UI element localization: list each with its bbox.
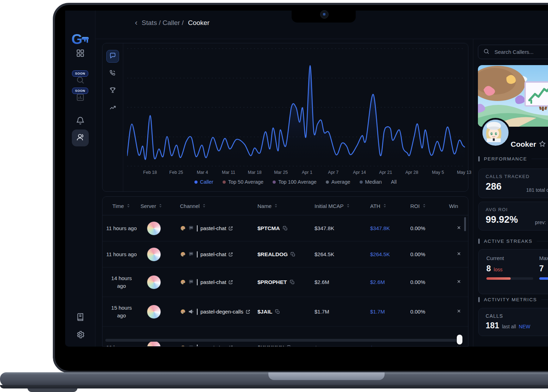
external-link-icon[interactable] <box>228 345 233 347</box>
copy-icon[interactable] <box>291 252 295 257</box>
column-header-win[interactable]: Win <box>449 203 468 209</box>
roi-cell: 0.00% <box>410 225 449 231</box>
column-header-server[interactable]: Server <box>141 203 180 209</box>
server-avatar[interactable] <box>147 305 161 319</box>
calls-tracked-card: CALLS TRACKED 286 181 total c <box>478 169 548 198</box>
table-row[interactable]: 11 hours agopastel-chat$PTCMA$347.8K$347… <box>102 215 468 241</box>
table-row[interactable]: 11 hours agopastel-chat$REALDOG$264.5K$2… <box>102 241 468 267</box>
sidebar-item-dashboard[interactable] <box>76 49 85 58</box>
section-marker <box>478 156 480 162</box>
legend-item-median[interactable]: Median <box>360 179 382 185</box>
trend-filter-button[interactable] <box>106 102 119 115</box>
avg-roi-note: prev: <box>535 220 546 225</box>
sort-icon[interactable] <box>274 203 278 209</box>
breadcrumb-path[interactable]: Stats / Caller / <box>142 19 183 27</box>
streaks-card: Current 8 loss Max 7 <box>478 249 548 294</box>
app-logo[interactable]: G <box>71 31 89 48</box>
x-axis-tick: Apr 14 <box>353 170 366 175</box>
sort-icon[interactable] <box>422 203 426 209</box>
search-icon <box>76 76 85 84</box>
legend-label: Median <box>365 179 382 185</box>
time-cell: 14 hoursago <box>102 274 141 290</box>
column-label: Time <box>112 203 124 209</box>
ath-cell: $347.8K <box>370 225 410 231</box>
channel-link[interactable]: pastel-chat <box>200 279 226 285</box>
caller-search[interactable] <box>478 45 548 59</box>
column-header-channel[interactable]: Channel <box>180 203 257 209</box>
channel-link[interactable]: pastel-chat <box>200 225 226 231</box>
trophy-filter-button[interactable] <box>106 84 119 97</box>
sidebar-item-alerts[interactable] <box>76 116 85 125</box>
copy-icon[interactable] <box>290 280 295 285</box>
sidebar-item-docs[interactable] <box>76 312 85 321</box>
roi-line-chart[interactable] <box>127 47 465 168</box>
sort-icon[interactable] <box>202 203 206 209</box>
channel-link[interactable]: pastel-degen-calls <box>200 309 243 315</box>
legend-item-caller[interactable]: Caller <box>194 179 213 185</box>
search-callers-input[interactable] <box>494 49 548 55</box>
server-avatar[interactable] <box>147 221 161 235</box>
horizontal-scrollbar-track[interactable] <box>105 339 458 342</box>
copy-icon[interactable] <box>275 309 280 314</box>
column-header-initial-mcap[interactable]: Initial MCAP <box>315 203 370 209</box>
win-cell <box>449 279 468 285</box>
chat-filter-button[interactable] <box>106 50 119 63</box>
legend-item-top-100-average[interactable]: Top 100 Average <box>273 179 317 185</box>
sidebar-item-settings[interactable] <box>76 330 85 339</box>
legend-item-all[interactable]: All <box>391 179 397 185</box>
horizontal-scrollbar-thumb[interactable] <box>457 335 462 344</box>
column-header-ath[interactable]: ATH <box>370 203 410 209</box>
column-header-time[interactable]: Time <box>102 203 141 209</box>
palette-icon <box>180 251 186 257</box>
caller-avatar[interactable] <box>481 118 510 147</box>
external-link-icon[interactable] <box>228 252 233 257</box>
activity-calls-note: last all <box>502 324 516 329</box>
activity-calls-badge[interactable]: NEW <box>519 324 530 329</box>
copy-icon[interactable] <box>283 226 288 231</box>
column-header-name[interactable]: Name <box>257 203 315 209</box>
x-axis-tick: May 5 <box>432 170 444 175</box>
copy-icon[interactable] <box>287 345 292 347</box>
table-row[interactable]: 22 hours agopastel-chat$KUNKUN$338.3K$33… <box>102 327 468 347</box>
call-filter-button[interactable] <box>106 67 119 80</box>
sort-icon[interactable] <box>158 203 163 209</box>
external-link-icon[interactable] <box>228 280 233 285</box>
back-chevron-icon[interactable]: ‹ <box>135 19 137 27</box>
server-avatar[interactable] <box>147 247 161 261</box>
max-streak-fill <box>539 277 548 280</box>
palette-icon <box>180 225 186 231</box>
column-header-roi[interactable]: ROI <box>410 203 449 209</box>
sort-icon[interactable] <box>126 203 131 209</box>
channel-link[interactable]: pastel-chat <box>200 345 226 347</box>
ath-cell: $1.7M <box>370 309 410 315</box>
docs-icon <box>76 312 85 321</box>
channel-separator <box>197 251 198 258</box>
table-row[interactable]: 14 hoursagopastel-chat$PROPHET$2.6M$2.6M… <box>102 267 468 297</box>
sort-icon[interactable] <box>382 203 387 209</box>
calls-tracked-label: CALLS TRACKED <box>486 174 548 179</box>
sort-icon[interactable] <box>346 203 350 209</box>
legend-item-average[interactable]: Average <box>326 179 350 185</box>
channel-link[interactable]: pastel-chat <box>200 251 226 257</box>
section-title: ACTIVE STREAKS <box>484 239 533 244</box>
section-rule <box>537 241 548 241</box>
legend-item-top-50-average[interactable]: Top 50 Average <box>223 179 264 185</box>
caller-name: Cooker <box>511 140 536 148</box>
server-cell <box>141 221 180 235</box>
x-axis-tick: Apr 7 <box>328 170 338 175</box>
performance-section-header: PERFORMANCE <box>478 156 548 162</box>
token-name-cell: $KUNKUN <box>257 344 315 347</box>
server-avatar[interactable] <box>147 275 161 289</box>
legend-dot <box>194 181 198 184</box>
channel-cell: pastel-chat <box>180 279 257 285</box>
chart-toolbar <box>102 43 123 191</box>
vertical-scrollbar-thumb[interactable] <box>464 217 466 231</box>
favorite-star-icon[interactable] <box>538 140 546 149</box>
initial-mcap-cell: $1.7M <box>315 309 370 315</box>
section-title: PERFORMANCE <box>484 156 527 162</box>
external-link-icon[interactable] <box>228 226 233 231</box>
table-row[interactable]: 15 hoursagopastel-degen-calls$JAIL$1.7M$… <box>102 297 468 327</box>
max-streak: Max 7 <box>539 255 548 280</box>
external-link-icon[interactable] <box>245 309 250 314</box>
sidebar-item-callers[interactable] <box>72 129 89 146</box>
